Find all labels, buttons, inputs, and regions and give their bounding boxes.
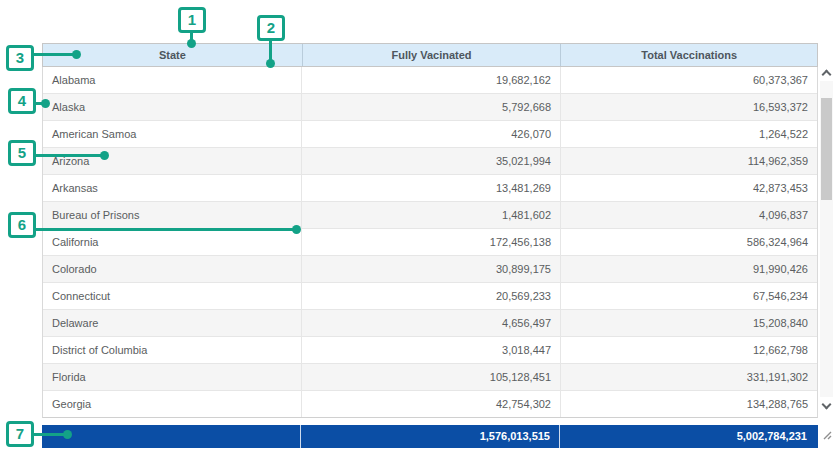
value-cell: 20,569,233 bbox=[301, 283, 560, 309]
table-row[interactable]: District of Columbia3,018,44712,662,798 bbox=[43, 337, 817, 364]
table-body-wrap: Alabama19,682,16260,373,367Alaska5,792,6… bbox=[42, 67, 833, 418]
table-row[interactable]: California172,456,138586,324,964 bbox=[43, 229, 817, 256]
callout-connector bbox=[33, 433, 67, 436]
value-cell: 331,191,302 bbox=[560, 364, 817, 390]
value-cell: 42,754,302 bbox=[301, 391, 560, 417]
value-cell: 586,324,964 bbox=[560, 229, 817, 255]
callout-dot bbox=[266, 59, 275, 68]
callout-connector bbox=[35, 154, 103, 157]
table-row[interactable]: Georgia42,754,302134,288,765 bbox=[43, 391, 817, 418]
value-cell: 5,792,668 bbox=[301, 94, 560, 120]
callout-badge: 7 bbox=[6, 421, 34, 447]
value-cell: 67,546,234 bbox=[560, 283, 817, 309]
callout-connector bbox=[33, 53, 75, 56]
table-row[interactable]: Alabama19,682,16260,373,367 bbox=[43, 67, 817, 94]
value-cell: 1,481,602 bbox=[301, 202, 560, 228]
value-cell: 13,481,269 bbox=[301, 175, 560, 201]
state-cell: Florida bbox=[43, 364, 301, 390]
table-row[interactable]: Alaska5,792,66816,593,372 bbox=[43, 94, 817, 121]
table-row[interactable]: Colorado30,899,17591,990,426 bbox=[43, 256, 817, 283]
table-row[interactable]: Connecticut20,569,23367,546,234 bbox=[43, 283, 817, 310]
value-cell: 134,288,765 bbox=[560, 391, 817, 417]
callout-dot bbox=[41, 99, 50, 108]
value-cell: 60,373,367 bbox=[560, 67, 817, 93]
value-cell: 91,990,426 bbox=[560, 256, 817, 282]
value-cell: 16,593,372 bbox=[560, 94, 817, 120]
table-row[interactable]: American Samoa426,0701,264,522 bbox=[43, 121, 817, 148]
callout-dot bbox=[72, 50, 81, 59]
state-cell: Arizona bbox=[43, 148, 301, 174]
callout-dot bbox=[100, 151, 109, 160]
value-cell: 172,456,138 bbox=[301, 229, 560, 255]
state-cell: Georgia bbox=[43, 391, 301, 417]
resize-grip-icon[interactable] bbox=[821, 427, 833, 439]
value-cell: 105,128,451 bbox=[301, 364, 560, 390]
totals-fully-vacinated: 1,576,013,515 bbox=[300, 425, 559, 448]
column-header-fully-vacinated[interactable]: Fully Vacinated bbox=[302, 44, 561, 66]
value-cell: 426,070 bbox=[301, 121, 560, 147]
callout-dot bbox=[187, 39, 196, 48]
scroll-up-button[interactable] bbox=[820, 67, 833, 80]
scrollbar-track[interactable] bbox=[820, 81, 833, 397]
totals-state-cell bbox=[42, 425, 300, 448]
state-cell: Alabama bbox=[43, 67, 301, 93]
table-row[interactable]: Bureau of Prisons1,481,6024,096,837 bbox=[43, 202, 817, 229]
state-cell: Colorado bbox=[43, 256, 301, 282]
callout-badge: 5 bbox=[8, 140, 36, 166]
value-cell: 30,899,175 bbox=[301, 256, 560, 282]
table-row[interactable]: Arizona35,021,994114,962,359 bbox=[43, 148, 817, 175]
chevron-up-icon bbox=[822, 70, 832, 80]
table-row[interactable]: Florida105,128,451331,191,302 bbox=[43, 364, 817, 391]
totals-row: 1,576,013,515 5,002,784,231 bbox=[42, 425, 818, 448]
value-cell: 15,208,840 bbox=[560, 310, 817, 336]
state-cell: District of Columbia bbox=[43, 337, 301, 363]
callout-badge: 1 bbox=[178, 7, 206, 33]
value-cell: 42,873,453 bbox=[560, 175, 817, 201]
state-cell: Connecticut bbox=[43, 283, 301, 309]
state-cell: American Samoa bbox=[43, 121, 301, 147]
callout-badge: 2 bbox=[257, 15, 285, 41]
table-header-row: State Fully Vacinated Total Vaccinations bbox=[42, 43, 818, 67]
callout-badge: 4 bbox=[8, 88, 36, 114]
value-cell: 4,656,497 bbox=[301, 310, 560, 336]
vaccination-data-table: State Fully Vacinated Total Vaccinations… bbox=[42, 43, 833, 450]
chevron-down-icon bbox=[822, 400, 832, 410]
callout-dot bbox=[292, 225, 301, 234]
value-cell: 3,018,447 bbox=[301, 337, 560, 363]
state-cell: Alaska bbox=[43, 94, 301, 120]
vertical-scrollbar[interactable] bbox=[820, 67, 833, 418]
value-cell: 1,264,522 bbox=[560, 121, 817, 147]
state-cell: Delaware bbox=[43, 310, 301, 336]
scroll-down-button[interactable] bbox=[820, 399, 833, 412]
screenshot-canvas: State Fully Vacinated Total Vaccinations… bbox=[0, 0, 833, 453]
callout-dot bbox=[63, 430, 72, 439]
value-cell: 12,662,798 bbox=[560, 337, 817, 363]
table-row[interactable]: Arkansas13,481,26942,873,453 bbox=[43, 175, 817, 202]
state-cell: Bureau of Prisons bbox=[43, 202, 301, 228]
scrollbar-thumb[interactable] bbox=[821, 98, 832, 200]
state-cell: California bbox=[43, 229, 301, 255]
state-cell: Arkansas bbox=[43, 175, 301, 201]
column-header-state[interactable]: State bbox=[43, 44, 302, 66]
callout-connector bbox=[35, 228, 295, 231]
table-row[interactable]: Delaware4,656,49715,208,840 bbox=[43, 310, 817, 337]
value-cell: 35,021,994 bbox=[301, 148, 560, 174]
value-cell: 19,682,162 bbox=[301, 67, 560, 93]
column-header-total-vaccinations[interactable]: Total Vaccinations bbox=[560, 44, 817, 66]
totals-total-vaccinations: 5,002,784,231 bbox=[559, 425, 816, 448]
table-body: Alabama19,682,16260,373,367Alaska5,792,6… bbox=[42, 67, 818, 418]
value-cell: 114,962,359 bbox=[560, 148, 817, 174]
callout-badge: 6 bbox=[8, 212, 36, 238]
value-cell: 4,096,837 bbox=[560, 202, 817, 228]
callout-badge: 3 bbox=[6, 45, 34, 71]
callout-connector bbox=[269, 40, 272, 61]
